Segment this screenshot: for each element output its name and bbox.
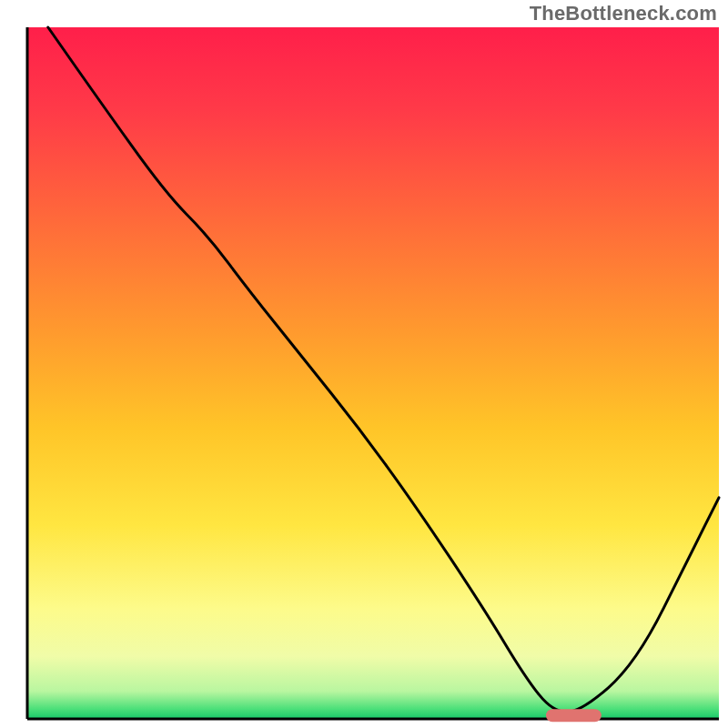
bottleneck-chart [0, 0, 728, 728]
optimal-zone-marker [546, 709, 602, 722]
plot-background [27, 27, 719, 719]
chart-container: TheBottleneck.com [0, 0, 728, 728]
watermark-text: TheBottleneck.com [530, 2, 717, 25]
